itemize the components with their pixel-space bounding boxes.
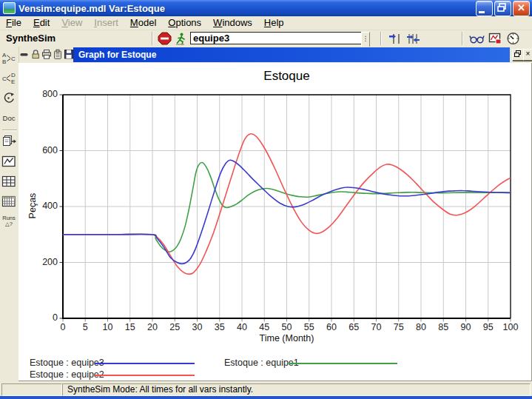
x-tick-label: 80 [411,322,431,332]
window-titlebar: Vensim:equipe.mdl Var:Estoque ✕ [0,0,532,16]
svg-text:D: D [11,72,16,78]
window-bottom-border [0,396,532,399]
synthesim-toolbar: SyntheSim ⋮ [0,30,532,47]
close-icon: ✕ [514,1,529,16]
graph-close-button[interactable]: × [523,49,532,61]
svg-text:B: B [2,58,6,64]
doc-icon: Doc [3,114,16,122]
y-tick-label: 200 [30,257,58,267]
x-tick-label: 70 [366,322,387,332]
legend-line-equipe3 [95,363,195,364]
sidebar-item-table-time[interactable] [0,192,18,210]
stop-simulation-button[interactable] [158,32,172,45]
restore-button[interactable] [494,1,511,16]
runs-icon: Runs△? [2,215,16,227]
lock-button[interactable] [30,49,41,60]
x-tick-label: 85 [433,322,454,332]
close-button[interactable]: ✕ [513,1,530,16]
minimize-icon [479,11,485,13]
legend-line-equipe2 [95,375,195,376]
svg-text:A: A [2,52,7,58]
legend-line-equipe1 [289,363,397,364]
vensim-window: Vensim:equipe.mdl Var:Estoque ✕ FileEdit… [0,0,532,399]
x-tick-label: 0 [53,322,73,332]
x-tick-label: 40 [232,322,252,332]
minimize-button[interactable] [476,1,493,16]
graph-close-icon: × [526,50,531,58]
window-title: Vensim:equipe.mdl Var:Estoque [18,3,165,14]
status-message: SyntheSim Mode: All times for all vars i… [62,383,531,396]
copy-button[interactable] [53,49,63,60]
graph-restore-button[interactable] [512,49,524,61]
save-button[interactable] [64,49,74,60]
x-tick-label: 55 [299,322,320,332]
menu-item-model[interactable]: Model [124,16,162,30]
vensim-app-icon [3,2,16,14]
workbench-variable-input[interactable] [190,32,362,44]
x-tick-label: 35 [209,322,230,332]
x-tick-label: 60 [321,322,342,332]
toolbar-separator [462,32,462,45]
sidebar-item-document[interactable]: Doc [0,109,18,127]
toolbar-separator [380,32,381,45]
sidebar-separator [2,130,17,130]
sidebar-item-table[interactable] [0,172,18,190]
svg-text:E: E [11,78,15,84]
x-tick-label: 65 [343,322,364,332]
toolbar-separator [152,32,152,45]
x-axis-label: Time (Month) [63,333,511,343]
tool-sidebar: ABCCDEDocRuns△? [0,47,19,385]
menu-item-insert: Insert [88,16,124,30]
sidebar-item-output[interactable] [0,133,18,150]
x-tick-label: 5 [75,322,95,332]
graph-window-titlebar[interactable]: Graph for Estoque [73,47,510,62]
y-tick-label: 800 [30,89,58,99]
x-tick-label: 10 [98,322,118,332]
sidebar-item-causes-tree[interactable]: ABC [0,49,18,67]
x-tick-label: 45 [254,322,275,332]
x-tick-label: 75 [388,322,409,332]
graph-window-titlebar-row: Graph for Estoque × [0,47,532,63]
chart-title: Estoque [63,69,511,84]
menu-item-windows[interactable]: Windows [207,16,258,30]
sidebar-item-runs[interactable]: Runs△? [0,212,18,230]
menu-item-view: View [55,16,88,30]
menu-item-file[interactable]: File [0,16,27,30]
variable-browse-button[interactable]: ⋮ [361,32,370,47]
graph-restore-icon [514,50,522,58]
y-tick-label: 600 [30,145,58,155]
sidebar-item-uses-tree[interactable]: CDE [0,69,18,87]
reset-slider-button[interactable] [388,32,402,45]
x-tick-label: 50 [277,322,297,332]
simulation-setup-button[interactable] [174,32,188,45]
y-tick-label: 400 [30,201,58,211]
svg-text:C: C [11,56,16,62]
restore-icon [495,1,509,14]
output-screen-button[interactable] [488,32,502,45]
status-cell-empty [1,383,62,396]
causes-strip-button[interactable] [469,32,483,45]
y-tick-label: 0 [30,312,58,323]
x-tick-label: 15 [120,322,141,332]
graph-tools-bar [19,49,75,60]
x-tick-label: 25 [164,322,185,332]
x-tick-label: 20 [142,322,163,332]
print-button[interactable] [41,49,52,60]
menu-bar: FileEditViewInsertModelOptionsWindowsHel… [0,16,532,30]
reset-all-sliders-button[interactable] [406,32,420,45]
sidebar-item-graph[interactable] [0,152,18,170]
menu-item-options[interactable]: Options [162,16,207,30]
menu-item-edit[interactable]: Edit [27,16,55,30]
gauge-button[interactable] [506,32,520,45]
menu-item-help[interactable]: Help [258,16,290,30]
sidebar-item-loops[interactable] [0,89,18,107]
graph-window-title: Graph for Estoque [78,50,156,60]
x-tick-label: 100 [500,322,521,332]
synthesim-mode-label: SyntheSim [6,33,55,44]
svg-text:C: C [2,76,7,82]
x-tick-label: 30 [187,322,208,332]
delete-graph-button[interactable] [19,49,30,60]
legend-label-equipe3: Estoque : equipe3 [30,358,104,368]
x-tick-label: 90 [456,322,477,332]
legend-label-equipe2: Estoque : equipe2 [30,369,104,380]
